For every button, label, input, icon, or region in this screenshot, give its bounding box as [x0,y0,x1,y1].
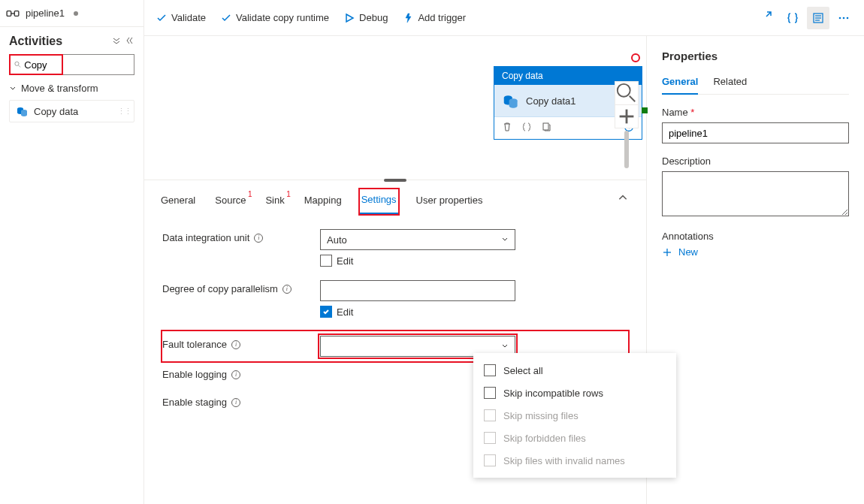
node-anchor-right[interactable] [642,107,648,113]
play-icon [344,13,355,23]
node-code-button[interactable] [521,122,532,134]
info-icon[interactable]: i [282,285,292,294]
properties-tab-related[interactable]: Related [713,73,747,94]
chevron-down-icon [501,236,509,243]
canvas-search-button[interactable] [615,81,639,105]
clone-node-button[interactable] [541,122,551,134]
tab-source[interactable]: Source1 [213,190,247,213]
code-view-button[interactable] [781,7,804,29]
info-icon[interactable]: i [231,370,240,379]
ft-option-skip-incompatible[interactable]: Skip incompatible rows [473,382,676,404]
svg-rect-1 [14,11,19,16]
canvas-add-button[interactable] [615,104,639,128]
debug-button[interactable]: Debug [344,12,388,23]
name-label: Name * [662,107,849,118]
properties-button[interactable] [807,7,829,29]
zoom-slider[interactable] [624,131,629,168]
name-input[interactable] [662,122,849,143]
svg-rect-0 [7,11,11,16]
ft-option-skip-missing: Skip missing files [473,404,676,427]
node-name: Copy data1 [526,95,576,107]
svg-rect-16 [543,123,548,130]
parallelism-edit-checkbox[interactable] [320,306,332,318]
tab-mapping[interactable]: Mapping [303,190,343,213]
tab-settings[interactable]: Settings [360,189,398,214]
tab-general[interactable]: General [159,190,197,213]
validate-button[interactable]: Validate [156,12,206,23]
ft-option-select-all[interactable]: Select all [473,359,676,382]
search-remainder[interactable] [63,54,134,75]
fault-tolerance-dropdown: Select all Skip incompatible rows Skip m… [473,353,676,478]
activities-title: Activities [9,35,62,48]
description-input[interactable] [662,171,849,216]
enable-logging-label: Enable logging i [162,366,320,380]
parallelism-input[interactable] [320,280,515,301]
pipeline-icon [6,7,20,20]
check-icon [156,13,167,23]
svg-line-19 [630,96,636,102]
collapse-left-icon[interactable] [125,36,134,47]
ft-option-skip-forbidden: Skip forbidden files [473,427,676,449]
diu-label: Data integration unit i [162,229,320,243]
svg-point-11 [839,17,841,19]
add-annotation-button[interactable]: New [662,246,849,258]
properties-panel: Properties General Related Name * Descri… [646,36,864,504]
enable-staging-label: Enable staging i [162,394,320,408]
pipeline-tab-label: pipeline1 [26,8,65,19]
plus-icon [662,247,672,258]
add-trigger-button[interactable]: Add trigger [403,12,466,23]
diu-edit-checkbox[interactable] [320,255,332,267]
tab-user-properties[interactable]: User properties [415,190,485,213]
svg-line-4 [19,65,20,67]
check-icon [221,13,231,23]
more-icon [838,12,850,24]
pipeline-tab[interactable]: pipeline1 [0,0,143,27]
fault-tolerance-label: Fault tolerance i [162,336,320,350]
info-icon[interactable]: i [231,398,240,407]
info-icon[interactable]: i [254,234,263,243]
pipeline-toolbar: Validate Validate copy runtime Debug Add… [144,0,864,36]
parallelism-label: Degree of copy parallelism i [162,280,320,294]
svg-point-3 [15,62,19,65]
copy-data-icon [502,92,518,109]
category-move-transform[interactable]: Move & transform [9,83,134,94]
category-label: Move & transform [21,83,98,94]
activity-search[interactable] [9,54,63,75]
properties-tab-general[interactable]: General [662,73,698,95]
diu-select[interactable]: Auto [320,229,515,250]
drag-handle-icon: ⋮⋮ [117,107,131,116]
chevron-down-icon [501,343,509,350]
braces-icon [787,12,799,24]
chevron-down-icon [9,85,17,92]
unsaved-dot [74,11,78,16]
properties-title: Properties [662,50,849,62]
tab-sink[interactable]: Sink1 [264,190,285,213]
info-icon[interactable]: i [231,340,240,349]
description-label: Description [662,155,849,167]
annotations-label: Annotations [662,231,849,242]
copy-data-icon [16,105,28,117]
delete-node-button[interactable] [502,122,512,134]
svg-point-13 [847,17,849,19]
trigger-icon [403,13,413,23]
validate-copy-runtime-button[interactable]: Validate copy runtime [221,12,329,23]
more-button[interactable] [832,7,855,29]
properties-icon [812,12,824,24]
svg-point-12 [843,17,845,19]
node-anchor-top[interactable] [631,53,640,62]
activity-copy-data[interactable]: Copy data ⋮⋮ [9,100,134,122]
activity-item-label: Copy data [34,106,78,117]
ft-option-skip-invalid: Skip files with invalid names [473,449,676,472]
collapse-down-icon[interactable] [112,36,121,47]
collapse-panel-button[interactable] [618,192,628,205]
activity-search-input[interactable] [24,59,58,71]
svg-point-18 [618,84,630,97]
search-icon [14,60,21,69]
expand-icon[interactable] [760,11,772,25]
